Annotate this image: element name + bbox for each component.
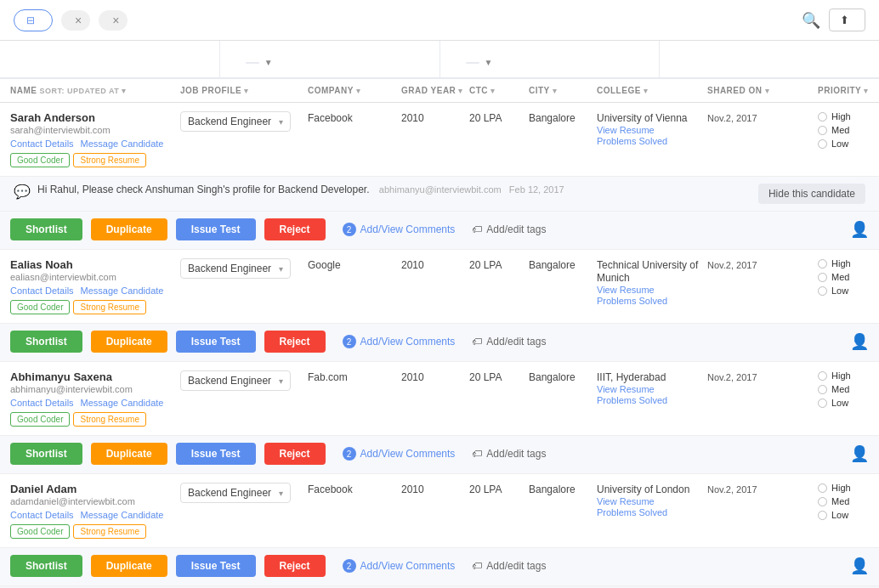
close-icon[interactable]: ×	[75, 14, 82, 27]
message-candidate-link[interactable]: Message Candidate	[81, 510, 164, 520]
profile-icon[interactable]: 👤	[850, 557, 869, 575]
reject-button[interactable]: Reject	[264, 218, 326, 240]
issue-test-button[interactable]: Issue Test	[176, 331, 256, 353]
tag-badge: Good Coder	[10, 153, 70, 167]
priority-low-row[interactable]: Low	[818, 510, 879, 520]
duplicate-button[interactable]: Duplicate	[91, 331, 167, 353]
th-grad-year[interactable]: GRAD YEAR ▾	[401, 86, 469, 95]
priority-low-row[interactable]: Low	[818, 286, 879, 296]
th-shared-on[interactable]: SHARED ON ▾	[707, 86, 818, 95]
reject-button[interactable]: Reject	[264, 331, 326, 353]
reject-button[interactable]: Reject	[264, 555, 326, 577]
job-dropdown[interactable]: Backend Engineer▾	[180, 258, 291, 279]
priority-high-row[interactable]: High	[818, 258, 879, 269]
offers-sub[interactable]: ▼	[461, 58, 639, 67]
radio-low[interactable]	[818, 399, 827, 408]
th-priority[interactable]: PRIORITY ▾	[818, 86, 879, 95]
view-resume-link[interactable]: View Resume	[597, 384, 707, 394]
priority-med-row[interactable]: Med	[818, 384, 879, 394]
radio-high[interactable]	[818, 259, 827, 269]
th-name[interactable]: NAME Sort: updated at ▾	[10, 86, 180, 95]
radio-med[interactable]	[818, 273, 827, 282]
contact-details-link[interactable]: Contact Details	[10, 398, 74, 408]
th-city[interactable]: CITY ▾	[529, 86, 597, 95]
shortlist-button[interactable]: Shortlist	[10, 331, 82, 353]
radio-low[interactable]	[818, 286, 827, 296]
contact-details-link[interactable]: Contact Details	[10, 286, 74, 296]
radio-med[interactable]	[818, 497, 827, 506]
hide-candidate-button[interactable]: Hide this candidate	[758, 184, 865, 204]
priority-med-row[interactable]: Med	[818, 496, 879, 506]
radio-high[interactable]	[818, 371, 827, 381]
offers-dropdown-arrow[interactable]: ▼	[485, 58, 493, 67]
th-company[interactable]: COMPANY ▾	[308, 86, 401, 95]
add-view-comments[interactable]: 2 Add/View Comments	[343, 335, 456, 348]
radio-low[interactable]	[818, 511, 827, 520]
candidate-email: abhimanyu@interviewbit.com	[10, 384, 180, 394]
search-button[interactable]: 🔍	[802, 11, 820, 30]
shortlist-button[interactable]: Shortlist	[10, 218, 82, 240]
export-button[interactable]: ⬆	[829, 8, 865, 31]
radio-low[interactable]	[818, 139, 827, 149]
add-edit-tags[interactable]: 🏷 Add/edit tags	[472, 223, 546, 235]
issue-test-button[interactable]: Issue Test	[176, 555, 256, 577]
profile-icon[interactable]: 👤	[850, 444, 869, 463]
message-candidate-link[interactable]: Message Candidate	[81, 398, 164, 408]
priority-med-row[interactable]: Med	[818, 125, 879, 135]
contact-details-link[interactable]: Contact Details	[10, 510, 74, 520]
th-ctc[interactable]: CTC ▾	[469, 86, 529, 95]
add-view-comments[interactable]: 2 Add/View Comments	[343, 223, 456, 236]
pipeline-sub[interactable]: ▼	[241, 58, 419, 67]
add-view-comments[interactable]: 2 Add/View Comments	[343, 447, 456, 461]
close-icon[interactable]: ×	[112, 14, 119, 27]
profile-icon[interactable]: 👤	[850, 332, 869, 351]
priority-low-row[interactable]: Low	[818, 398, 879, 408]
view-resume-link[interactable]: View Resume	[597, 285, 707, 295]
radio-high[interactable]	[818, 483, 827, 493]
add-edit-tags[interactable]: 🏷 Add/edit tags	[472, 448, 546, 460]
filter-button[interactable]: ⊟	[14, 9, 53, 31]
college-cell: IIIT, Hyderabad View Resume Problems Sol…	[597, 370, 707, 405]
duplicate-button[interactable]: Duplicate	[91, 443, 167, 465]
add-view-comments[interactable]: 2 Add/View Comments	[343, 559, 456, 573]
reject-button[interactable]: Reject	[264, 443, 326, 465]
job-dropdown[interactable]: Backend Engineer▾	[180, 370, 291, 391]
view-resume-link[interactable]: View Resume	[597, 125, 707, 135]
shortlist-button[interactable]: Shortlist	[10, 443, 82, 465]
priority-high-row[interactable]: High	[818, 111, 879, 122]
tag-chip-junior-backend[interactable]: ×	[61, 10, 90, 31]
duplicate-button[interactable]: Duplicate	[91, 555, 167, 577]
message-candidate-link[interactable]: Message Candidate	[81, 139, 164, 149]
issue-test-button[interactable]: Issue Test	[176, 443, 256, 465]
priority-high-row[interactable]: High	[818, 370, 879, 381]
profile-icon[interactable]: 👤	[850, 220, 869, 239]
th-job-label: JOB PROFILE	[180, 86, 241, 95]
view-resume-link[interactable]: View Resume	[597, 496, 707, 506]
tag-chip-grad-year[interactable]: ×	[99, 10, 128, 31]
add-edit-tags[interactable]: 🏷 Add/edit tags	[472, 336, 546, 348]
problems-solved-link[interactable]: Problems Solved	[597, 395, 707, 405]
problems-solved-link[interactable]: Problems Solved	[597, 136, 707, 146]
job-dropdown[interactable]: Backend Engineer▾	[180, 111, 291, 132]
th-job-profile[interactable]: JOB PROFILE ▾	[180, 86, 308, 95]
contact-details-link[interactable]: Contact Details	[10, 139, 74, 149]
duplicate-button[interactable]: Duplicate	[91, 218, 167, 240]
problems-solved-link[interactable]: Problems Solved	[597, 296, 707, 306]
job-dropdown[interactable]: Backend Engineer▾	[180, 483, 291, 503]
add-edit-tags[interactable]: 🏷 Add/edit tags	[472, 560, 546, 572]
problems-solved-link[interactable]: Problems Solved	[597, 507, 707, 517]
priority-high-row[interactable]: High	[818, 483, 879, 493]
priority-low-row[interactable]: Low	[818, 139, 879, 149]
issue-test-button[interactable]: Issue Test	[176, 218, 256, 240]
shortlist-button[interactable]: Shortlist	[10, 555, 82, 577]
radio-high[interactable]	[818, 112, 827, 122]
candidate-links: Contact Details Message Candidate	[10, 398, 180, 408]
company-text: Fab.com	[308, 371, 348, 383]
th-college[interactable]: COLLEGE ▾	[597, 86, 707, 95]
priority-med-row[interactable]: Med	[818, 272, 879, 282]
radio-med[interactable]	[818, 126, 827, 135]
radio-med[interactable]	[818, 385, 827, 394]
sort-icon: Sort: updated at ▾	[39, 87, 126, 95]
pipeline-dropdown-arrow[interactable]: ▼	[264, 58, 273, 67]
message-candidate-link[interactable]: Message Candidate	[81, 286, 164, 296]
